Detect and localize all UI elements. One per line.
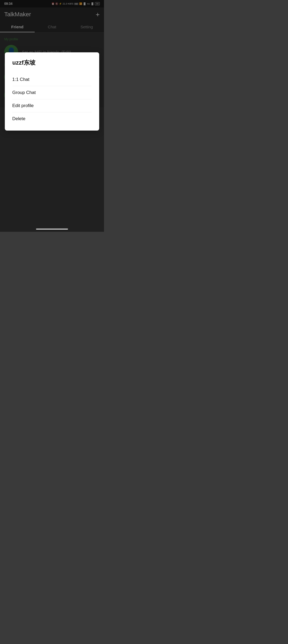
popup-menu: uzzf东坡 1:1 Chat Group Chat Edit profile …	[5, 52, 99, 131]
home-indicator	[36, 229, 68, 230]
popup-item-group-chat[interactable]: Group Chat	[12, 86, 92, 99]
popup-item-edit-profile[interactable]: Edit profile	[12, 99, 92, 112]
popup-username: uzzf东坡	[12, 59, 92, 67]
popup-item-delete[interactable]: Delete	[12, 112, 92, 125]
popup-item-one-on-one-chat[interactable]: 1:1 Chat	[12, 73, 92, 86]
